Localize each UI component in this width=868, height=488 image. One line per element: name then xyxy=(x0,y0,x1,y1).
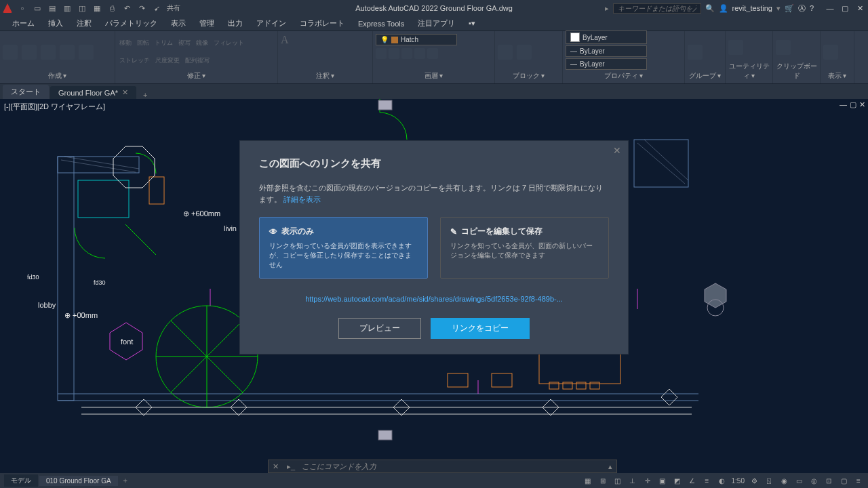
status-snap-icon[interactable]: ◫ xyxy=(612,475,623,486)
search-input[interactable] xyxy=(613,3,701,14)
preview-button[interactable]: プレビュー xyxy=(338,318,421,339)
status-clean-icon[interactable]: ▢ xyxy=(838,475,849,486)
color-combo[interactable]: ByLayer xyxy=(566,30,647,44)
copy-link-button[interactable]: リンクをコピー xyxy=(431,318,530,339)
svg-line-6 xyxy=(64,157,139,169)
status-monitor-icon[interactable]: ▭ xyxy=(793,475,804,486)
svg-rect-0 xyxy=(58,157,139,173)
autodesk-icon[interactable]: Ⓐ xyxy=(798,3,806,14)
tab-start[interactable]: スタート xyxy=(3,85,49,99)
status-add-layout-icon[interactable]: + xyxy=(119,476,132,485)
qat-open-icon[interactable]: ▭ xyxy=(33,3,42,13)
panel-label-create[interactable]: 作成 ▾ xyxy=(3,70,112,81)
qat-new-icon[interactable]: ▫ xyxy=(18,3,27,13)
user-name[interactable]: revit_testing xyxy=(732,4,772,12)
status-otrack-icon[interactable]: ∠ xyxy=(687,475,698,486)
qat-undo-icon[interactable]: ↶ xyxy=(122,3,132,13)
linetype-combo[interactable]: —ByLayer xyxy=(566,58,647,70)
status-anno-icon[interactable]: ⍂ xyxy=(764,475,774,486)
qat-share-label[interactable]: 共有 xyxy=(167,3,180,13)
tab-featured[interactable]: 注目アプリ xyxy=(411,16,462,30)
status-transparency-icon[interactable]: ◐ xyxy=(717,475,728,486)
status-isolate-icon[interactable]: ◎ xyxy=(808,475,819,486)
app-menu-icon[interactable]: A xyxy=(3,3,12,13)
record-icon[interactable]: ▸ xyxy=(605,4,609,13)
status-osnap-icon[interactable]: ▣ xyxy=(657,475,668,486)
help-icon[interactable]: ? xyxy=(810,4,814,12)
layer-combo[interactable]: 💡 Hatch xyxy=(376,34,457,45)
share-url[interactable]: https://web.autocad.com/acad/me/sid/shar… xyxy=(259,295,609,303)
tab-insert[interactable]: 挿入 xyxy=(41,16,70,30)
tab-annotate[interactable]: 注釈 xyxy=(70,16,98,30)
status-grid-icon[interactable]: ⊞ xyxy=(597,475,608,486)
tab-home[interactable]: ホーム xyxy=(5,16,41,30)
option-edit-copy[interactable]: ✎コピーを編集して保存 リンクを知っている全員が、図面の新しいバージョンを編集し… xyxy=(440,217,609,279)
qat-web-icon[interactable]: ◫ xyxy=(77,3,87,13)
tab-more-icon[interactable]: ▪▾ xyxy=(462,17,482,30)
text-fd30-1: fd30 xyxy=(27,274,39,281)
tab-file[interactable]: Ground Floor GA* ✕ xyxy=(50,86,136,99)
panel-label-block[interactable]: ブロック ▾ xyxy=(498,70,559,81)
pencil-icon: ✎ xyxy=(450,227,457,237)
status-layout-tab[interactable]: 010 Ground Floor GA xyxy=(39,476,118,486)
tab-collaborate[interactable]: コラボレート xyxy=(293,16,351,30)
cmdline-close-icon[interactable]: ✕ xyxy=(269,462,283,471)
status-scale[interactable]: 1:50 xyxy=(732,477,745,485)
cmdline-input[interactable]: ここにコマンドを入力 xyxy=(299,462,604,472)
panel-label-properties[interactable]: プロパティ ▾ xyxy=(566,70,682,81)
close-button[interactable]: ✕ xyxy=(854,4,865,13)
tab-manage[interactable]: 管理 xyxy=(193,16,221,30)
tab-close-icon[interactable]: ✕ xyxy=(122,88,128,97)
tab-addins[interactable]: アドイン xyxy=(250,16,293,30)
tab-view[interactable]: 表示 xyxy=(164,16,193,30)
qat-save-icon[interactable]: ▤ xyxy=(47,3,57,13)
panel-label-view[interactable]: 表示 ▾ xyxy=(823,70,851,81)
details-link[interactable]: 詳細を表示 xyxy=(283,195,321,203)
status-model-tab[interactable]: モデル xyxy=(4,474,38,487)
panel-label-group[interactable]: グループ ▾ xyxy=(688,70,722,81)
tab-express[interactable]: Express Tools xyxy=(351,18,411,30)
svg-line-5 xyxy=(61,160,136,172)
status-3dosnap-icon[interactable]: ◩ xyxy=(672,475,683,486)
status-lineweight-icon[interactable]: ≡ xyxy=(702,475,713,486)
tab-parametric[interactable]: パラメトリック xyxy=(98,16,164,30)
qat-print-icon[interactable]: ⎙ xyxy=(107,3,117,13)
qat-plot-icon[interactable]: ▦ xyxy=(92,3,102,13)
cart-icon[interactable]: 🛒 xyxy=(785,4,794,13)
status-custom-icon[interactable]: ≡ xyxy=(853,475,864,486)
svg-rect-21 xyxy=(448,373,468,387)
panel-properties: ByLayer —ByLayer —ByLayer プロパティ ▾ xyxy=(563,31,685,83)
qat-share-icon[interactable]: ➹ xyxy=(152,3,161,13)
cmdline-chevron-icon[interactable]: ▸_ xyxy=(283,462,299,471)
lineweight-combo[interactable]: —ByLayer xyxy=(566,45,647,57)
user-dropdown-icon[interactable]: ▾ xyxy=(776,4,781,13)
qat-saveas-icon[interactable]: ▥ xyxy=(62,3,72,13)
status-hw-icon[interactable]: ⊡ xyxy=(823,475,834,486)
search-icon[interactable]: 🔍 xyxy=(705,4,715,13)
option-view-only[interactable]: 👁表示のみ リンクを知っている全員が図面を表示できますが、コピーを修正したり保存… xyxy=(259,217,428,279)
tab-output[interactable]: 出力 xyxy=(221,16,250,30)
ribbon: 作成 ▾ 移動回転トリム 複写鏡像フィレット ストレッチ尺度変更配列複写 修正 … xyxy=(0,31,868,84)
status-polar-icon[interactable]: ✛ xyxy=(642,475,653,486)
status-ortho-icon[interactable]: ⊥ xyxy=(627,475,638,486)
user-icon[interactable]: 👤 xyxy=(719,4,728,13)
panel-layer: 💡 Hatch 画層 ▾ xyxy=(373,31,495,83)
minimize-button[interactable]: — xyxy=(825,4,835,13)
status-gear-icon[interactable]: ⚙ xyxy=(749,475,760,486)
ribbon-tabs: ホーム 挿入 注釈 パラメトリック 表示 管理 出力 アドイン コラボレート E… xyxy=(0,16,868,31)
cmdline-expand-icon[interactable]: ▴ xyxy=(604,462,616,471)
status-model-icon[interactable]: ▦ xyxy=(583,475,593,486)
restore-button[interactable]: ▢ xyxy=(840,4,850,13)
panel-annotate: A 注釈 ▾ xyxy=(278,31,373,83)
text-living: livin xyxy=(224,224,237,232)
panel-label-modify[interactable]: 修正 ▾ xyxy=(118,70,275,81)
text-fd30-2: fd30 xyxy=(94,279,106,286)
status-workspace-icon[interactable]: ◉ xyxy=(778,475,789,486)
qat-redo-icon[interactable]: ↷ xyxy=(137,3,146,13)
panel-label-utility[interactable]: ユーティリティ ▾ xyxy=(728,60,770,81)
panel-label-annotate[interactable]: 注釈 ▾ xyxy=(281,70,370,81)
panel-label-layer[interactable]: 画層 ▾ xyxy=(376,70,492,81)
tab-add-button[interactable]: + xyxy=(138,91,153,99)
dialog-close-icon[interactable]: ✕ xyxy=(613,145,621,156)
command-line[interactable]: ✕ ▸_ ここにコマンドを入力 ▴ xyxy=(268,460,617,473)
